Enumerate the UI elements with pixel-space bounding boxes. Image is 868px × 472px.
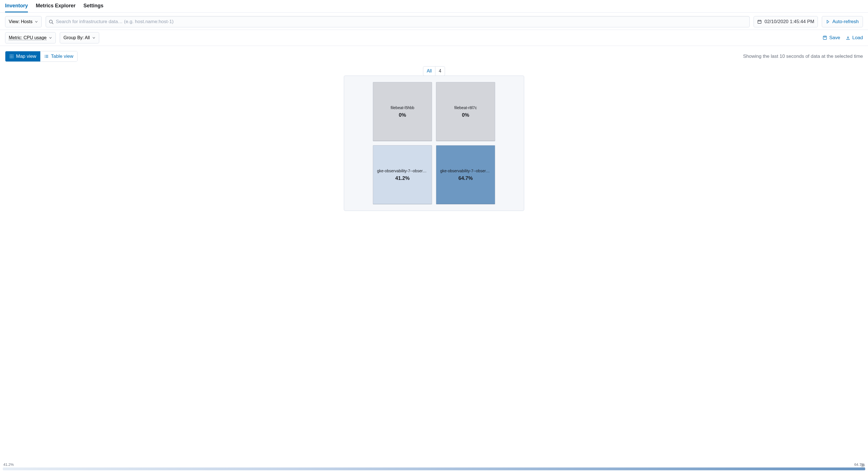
scale-min: 41.2%: [3, 463, 14, 467]
chevron-down-icon: [35, 20, 38, 23]
group-tag-count: 4: [435, 66, 445, 76]
host-tile-name: filebeat-r8l7c: [454, 106, 477, 110]
host-tile-name: gke-observability-7--observa…: [440, 169, 491, 173]
save-label: Save: [829, 35, 840, 40]
chevron-down-icon: [92, 36, 96, 39]
group-tag[interactable]: All 4: [423, 66, 445, 76]
auto-refresh-label: Auto-refresh: [832, 19, 859, 25]
svg-line-1: [52, 23, 53, 24]
map-box: filebeat-l5hbb0%filebeat-r8l7c0%gke-obse…: [344, 76, 524, 211]
legend-settings-button[interactable]: [860, 463, 865, 468]
svg-point-10: [13, 55, 13, 56]
svg-point-8: [10, 55, 11, 56]
svg-point-18: [44, 55, 45, 56]
grid-icon: [9, 54, 14, 59]
host-tile[interactable]: filebeat-r8l7c0%: [436, 82, 495, 141]
play-icon: [826, 20, 830, 24]
save-icon: [823, 35, 827, 40]
search-wrap[interactable]: [45, 16, 750, 27]
load-label: Load: [852, 35, 863, 40]
gear-icon: [860, 463, 865, 468]
date-value: 02/10/2020 1:45:44 PM: [765, 19, 814, 25]
view-select[interactable]: View: Hosts: [5, 16, 42, 27]
groupby-select[interactable]: Group By: All: [60, 32, 99, 43]
svg-point-16: [13, 58, 13, 58]
svg-point-9: [11, 55, 12, 56]
view-select-label: View: Hosts: [9, 19, 32, 24]
group-tag-label: All: [423, 66, 435, 76]
query-bar: View: Hosts 02/10/2020 1:45:44 PM Auto-r…: [0, 13, 868, 30]
view-status-row: Map view Table view Showing the last 10 …: [0, 46, 868, 63]
svg-point-11: [10, 56, 11, 57]
host-tile[interactable]: filebeat-l5hbb0%: [373, 82, 432, 141]
svg-point-20: [44, 56, 45, 57]
host-tile-value: 41.2%: [395, 175, 409, 181]
svg-point-23: [862, 465, 864, 466]
save-load-group: Save Load: [823, 35, 863, 40]
load-button[interactable]: Load: [846, 35, 863, 40]
host-tile-value: 0%: [462, 112, 469, 118]
scale-labels: 41.2% 64.7%: [3, 463, 865, 467]
status-text: Showing the last 10 seconds of data at t…: [743, 54, 863, 59]
svg-rect-6: [823, 36, 827, 39]
search-input[interactable]: [54, 19, 747, 25]
host-tile-name: filebeat-l5hbb: [391, 106, 414, 110]
calendar-icon: [757, 20, 762, 24]
host-tile-value: 0%: [399, 112, 406, 118]
main-tabs: Inventory Metrics Explorer Settings: [0, 0, 868, 13]
tab-inventory[interactable]: Inventory: [5, 3, 28, 12]
groupby-select-label: Group By: All: [63, 35, 90, 40]
auto-refresh-button[interactable]: Auto-refresh: [822, 16, 863, 27]
host-tile-name: gke-observability-7--observa…: [377, 169, 428, 173]
metric-select-label: Metric: CPU usage: [9, 35, 46, 40]
host-tile[interactable]: gke-observability-7--observa…64.7%: [436, 145, 495, 204]
svg-point-15: [11, 58, 12, 58]
view-toggle-group: Map view Table view: [5, 51, 78, 62]
tab-metrics-explorer[interactable]: Metrics Explorer: [36, 3, 75, 12]
filter-bar: Metric: CPU usage Group By: All Save Loa…: [0, 30, 868, 46]
svg-point-12: [11, 56, 12, 57]
svg-point-14: [10, 58, 11, 58]
svg-point-22: [44, 57, 45, 58]
host-tile-value: 64.7%: [458, 175, 473, 181]
svg-rect-7: [824, 36, 826, 37]
svg-point-0: [49, 20, 53, 23]
metric-select[interactable]: Metric: CPU usage: [5, 32, 56, 43]
map-view-label: Map view: [16, 54, 36, 59]
legend-gradient: [3, 468, 865, 470]
map-area: All 4 filebeat-l5hbb0%filebeat-r8l7c0%gk…: [0, 63, 868, 216]
download-icon: [846, 35, 850, 40]
search-icon: [49, 20, 54, 24]
table-view-button[interactable]: Table view: [40, 51, 77, 61]
table-view-label: Table view: [51, 54, 73, 59]
legend-footer: 41.2% 64.7%: [0, 463, 868, 472]
save-button[interactable]: Save: [823, 35, 840, 40]
host-tile[interactable]: gke-observability-7--observa…41.2%: [373, 145, 432, 204]
chevron-down-icon: [49, 36, 52, 39]
date-picker[interactable]: 02/10/2020 1:45:44 PM: [753, 16, 818, 27]
svg-point-13: [13, 56, 13, 57]
tab-settings[interactable]: Settings: [84, 3, 103, 12]
list-icon: [44, 54, 49, 59]
svg-rect-2: [758, 20, 761, 23]
map-view-button[interactable]: Map view: [5, 51, 40, 61]
